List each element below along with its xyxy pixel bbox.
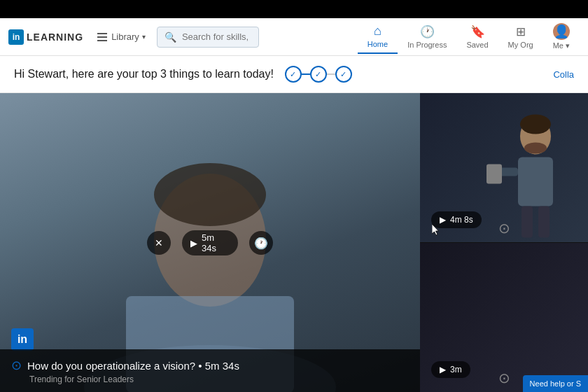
nav-item-in-progress[interactable]: 🕐 In Progress: [398, 20, 456, 53]
side-card-2[interactable]: ▶ 3m ⊙ Need help or S: [420, 243, 588, 392]
greeting-text: Hi Stewart, here are your top 3 things t…: [14, 68, 274, 80]
greeting-collab[interactable]: Colla: [553, 69, 574, 80]
featured-info: ⊙ How do you operationalize a vision? • …: [0, 349, 420, 392]
nav-saved-label: Saved: [466, 41, 488, 49]
card2-duration: 3m: [450, 365, 462, 374]
featured-title: How do you operationalize a vision? • 5m…: [27, 360, 239, 372]
nav-items: ⌂ Home 🕐 In Progress 🔖 Saved ⊞ My Org 👤 …: [358, 19, 580, 55]
bookmark-icon: 🔖: [470, 24, 485, 39]
schedule-button[interactable]: 🕐: [249, 231, 273, 255]
help-button[interactable]: Need help or S: [523, 375, 588, 392]
side-card-1[interactable]: ▶ 4m 8s ⊙: [420, 93, 588, 243]
step-3: ✓: [335, 66, 352, 83]
nav-item-saved[interactable]: 🔖 Saved: [456, 20, 498, 53]
connector-1: [302, 74, 310, 75]
play-button[interactable]: ▶ 5m 34s: [182, 230, 238, 255]
hamburger-icon: [97, 33, 107, 41]
greeting-bar: Hi Stewart, here are your top 3 things t…: [0, 56, 588, 93]
navbar: in LEARNING Library ▾ 🔍 ⌂ Home 🕐 In Prog…: [0, 18, 588, 56]
featured-title-row: ⊙ How do you operationalize a vision? • …: [11, 358, 409, 373]
svg-rect-9: [518, 158, 553, 206]
close-button[interactable]: ✕: [147, 231, 171, 255]
card2-check: ⊙: [498, 370, 510, 386]
home-icon: ⌂: [374, 24, 382, 38]
svg-point-7: [520, 115, 551, 134]
card1-duration: 4m 8s: [450, 215, 473, 225]
nav-in-progress-label: In Progress: [407, 41, 447, 49]
library-button[interactable]: Library ▾: [92, 29, 151, 45]
play-duration: 5m 34s: [202, 232, 230, 253]
greeting-left: Hi Stewart, here are your top 3 things t…: [14, 66, 352, 83]
library-chevron-icon: ▾: [142, 33, 146, 41]
featured-card[interactable]: ✕ ▶ 5m 34s 🕐 in ⊙ How do you operational…: [0, 93, 420, 392]
progress-circles: ✓ ✓ ✓: [285, 66, 352, 83]
clock-icon: 🕐: [420, 24, 435, 39]
connector-2: [327, 74, 335, 75]
linkedin-watermark: in: [11, 328, 34, 351]
search-icon: 🔍: [164, 31, 176, 43]
play-icon: ▶: [190, 238, 197, 248]
linkedin-logo[interactable]: in LEARNING: [8, 29, 83, 45]
play-icon-2: ▶: [440, 215, 446, 225]
check-icon: ⊙: [11, 358, 22, 373]
grid-icon: ⊞: [516, 24, 526, 39]
card1-play-badge[interactable]: ▶ 4m 8s: [431, 211, 482, 228]
play-icon-3: ▶: [440, 365, 446, 374]
card1-check: ⊙: [498, 220, 510, 237]
svg-point-8: [524, 143, 547, 154]
controls-overlay: ✕ ▶ 5m 34s 🕐: [147, 230, 273, 255]
nav-item-me[interactable]: 👤 Me ▾: [543, 19, 580, 55]
svg-rect-13: [538, 206, 550, 238]
side-cards: ▶ 4m 8s ⊙ ▶ 3m ⊙ Need help or S: [420, 93, 588, 392]
svg-rect-12: [522, 206, 533, 238]
card2-play-badge[interactable]: ▶ 3m: [431, 361, 470, 378]
search-bar: 🔍: [157, 27, 259, 48]
main-content: ✕ ▶ 5m 34s 🕐 in ⊙ How do you operational…: [0, 93, 588, 392]
nav-item-home[interactable]: ⌂ Home: [358, 20, 398, 54]
search-input[interactable]: [182, 31, 251, 42]
svg-point-3: [154, 163, 266, 226]
top-black-bar: [0, 0, 588, 18]
linkedin-icon: in: [8, 29, 24, 45]
step-2: ✓: [310, 66, 327, 83]
nav-item-my-org[interactable]: ⊞ My Org: [498, 20, 543, 53]
svg-rect-11: [486, 164, 502, 184]
library-label: Library: [111, 31, 139, 42]
nav-me-label: Me ▾: [553, 41, 570, 50]
nav-home-label: Home: [368, 40, 388, 48]
step-1: ✓: [285, 66, 302, 83]
nav-my-org-label: My Org: [508, 41, 533, 49]
avatar-icon: 👤: [554, 24, 569, 39]
brand-label: LEARNING: [27, 31, 83, 43]
featured-subtitle: Trending for Senior Leaders: [11, 374, 409, 384]
